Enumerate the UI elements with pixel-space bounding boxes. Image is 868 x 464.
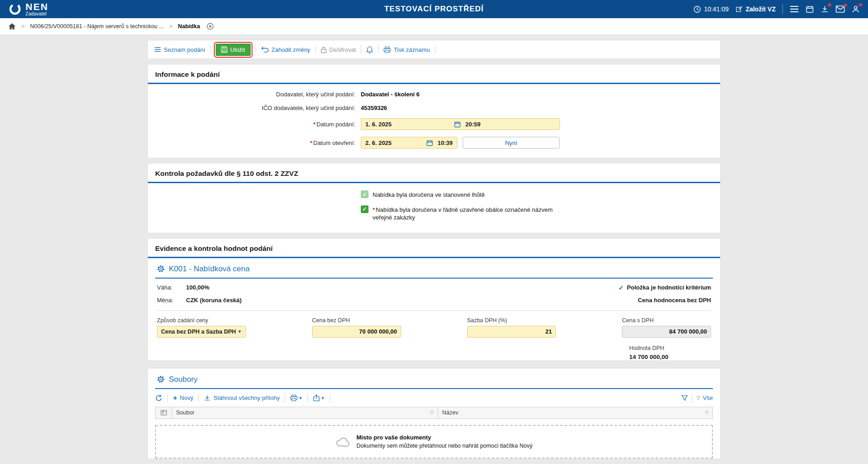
novy-label: Nový <box>180 394 193 401</box>
filter-button[interactable] <box>681 395 688 401</box>
supplier-label: Dodavatel, který učinil podání: <box>155 91 361 98</box>
toolbar-separator <box>198 394 199 402</box>
messages-button[interactable] <box>836 5 845 13</box>
cena-bez-dph-label: Cena bez DPH <box>312 317 401 324</box>
required-mark: * <box>310 140 312 146</box>
column-header-soubor[interactable]: Soubor ▽ <box>172 407 438 419</box>
refresh-button[interactable] <box>155 394 162 402</box>
seznam-podani-button[interactable]: Seznam podání <box>154 46 205 53</box>
checkbox-obalka[interactable]: ✓ <box>361 205 368 213</box>
datum-otevreni-label: *Datum otevření: <box>155 140 361 146</box>
toolbar-separator <box>378 45 378 54</box>
messages-badge <box>843 3 848 7</box>
export-files-button[interactable]: ▼ <box>313 394 325 401</box>
tisk-zaznamu-button[interactable]: Tisk záznamu <box>384 46 430 53</box>
vaha-value: 100,00% <box>186 284 209 291</box>
close-tab-icon[interactable] <box>207 23 214 30</box>
file-dropzone[interactable]: Místo pro vaše dokumenty Dokumenty sem m… <box>155 425 713 459</box>
desifrovat-button: Dešifrovat <box>321 46 356 53</box>
chevron-down-icon: ▼ <box>298 396 303 400</box>
zahodit-zmeny-button[interactable]: Zahodit změny <box>261 46 310 53</box>
clock-icon <box>693 5 701 13</box>
datum-otevreni-field[interactable]: 2. 6. 2025 10:39 <box>361 137 457 149</box>
gears-icon <box>157 265 165 273</box>
view-filter-vse-button[interactable]: ▽ Vše <box>696 394 713 401</box>
breadcrumb-chevron: > <box>21 23 25 30</box>
calendar-button[interactable] <box>806 5 814 13</box>
required-mark: * <box>373 206 375 213</box>
downloads-badge <box>828 3 832 7</box>
print-files-button[interactable]: ▼ <box>290 394 303 401</box>
ico-value: 45359326 <box>361 105 387 111</box>
user-icon <box>852 5 860 13</box>
chevron-down-icon: ▼ <box>237 329 242 334</box>
lock-icon <box>321 46 327 53</box>
download-icon <box>821 5 829 13</box>
section-kontrola-pozadavku: Kontrola požadavků dle § 110 odst. 2 ZZV… <box>148 164 720 233</box>
save-disk-icon <box>221 46 227 53</box>
hamburger-icon <box>790 5 799 13</box>
new-record-pencil-icon <box>736 5 743 13</box>
breadcrumb-chevron: > <box>169 23 172 30</box>
zpusob-zadani-select[interactable]: Cena bez DPH a Sazba DPH ▼ <box>157 326 246 338</box>
printer-icon <box>290 394 298 401</box>
toolbar-separator <box>210 45 211 54</box>
desifrovat-label: Dešifrovat <box>329 46 356 53</box>
dropzone-title: Místo pro vaše dokumenty <box>356 434 532 441</box>
downloads-button[interactable] <box>821 5 829 13</box>
datum-otevreni-date[interactable]: 2. 6. 2025 <box>365 140 426 146</box>
environment-title: TESTOVACÍ PROSTŘEDÍ <box>384 5 484 14</box>
novy-button[interactable]: + Nový <box>173 394 193 402</box>
calendar-picker-icon[interactable] <box>426 140 433 146</box>
zalozit-vz-button[interactable]: Založit VZ <box>736 5 776 13</box>
hodnota-dph-value: 14 700 000,00 <box>629 354 668 360</box>
column-header-soubor-label: Soubor <box>176 409 194 416</box>
datum-podani-field[interactable]: 1. 6. 2025 20:59 <box>361 118 560 130</box>
stahnout-prilohy-label: Stáhnout všechny přílohy <box>213 394 280 401</box>
nen-logo-icon <box>8 2 22 16</box>
cena-s-dph-col: Cena s DPH <box>622 317 711 338</box>
k001-header: K001 - Nabídková cena <box>155 258 713 279</box>
toolbar-separator <box>435 45 435 54</box>
table-settings-icon[interactable] <box>156 407 172 419</box>
nen-logo[interactable]: NEN Zadavatel <box>8 2 48 16</box>
toolbar-separator <box>315 45 316 54</box>
filter-caret-icon[interactable]: ▽ <box>430 410 434 415</box>
checkbox-obalka-label: *Nabídka byla doručena v řádně uzavřené … <box>373 205 557 222</box>
datum-podani-date[interactable]: 1. 6. 2025 <box>365 121 454 128</box>
check-row-obalka: ✓ *Nabídka byla doručena v řádně uzavřen… <box>361 205 713 222</box>
main-menu-button[interactable] <box>790 5 799 13</box>
tisk-zaznamu-label: Tisk záznamu <box>394 46 430 53</box>
filter-caret-icon[interactable]: ▽ <box>705 410 708 415</box>
zpusob-zadani-value: Cena bez DPH a Sazba DPH <box>161 329 236 335</box>
breadcrumb-item-nabidka[interactable]: Nabídka <box>178 23 200 30</box>
ulozit-button[interactable]: Uložit <box>216 44 251 56</box>
filter-caret-icon: ▽ <box>696 395 700 400</box>
section-title: Informace k podání <box>148 65 720 84</box>
calendar-picker-icon[interactable] <box>454 121 461 128</box>
list-icon <box>154 47 161 52</box>
home-icon[interactable] <box>8 23 16 30</box>
stahnout-prilohy-button[interactable]: Stáhnout všechny přílohy <box>204 394 280 401</box>
sazba-dph-input[interactable] <box>467 326 556 338</box>
datum-podani-time[interactable]: 20:59 <box>465 121 555 128</box>
cena-bez-dph-col: Cena bez DPH <box>312 317 401 338</box>
mail-icon <box>836 5 845 13</box>
section-title: Evidence a kontrola hodnot podání <box>148 239 720 258</box>
logo-subtitle: Zadavatel <box>25 12 48 16</box>
zpusob-zadani-label: Způsob zadání ceny <box>157 317 246 324</box>
notifications-bell-button[interactable] <box>366 46 373 54</box>
cena-bez-dph-input[interactable] <box>312 326 401 338</box>
supplier-row: Dodavatel, který učinil podání: Dodavate… <box>155 91 713 98</box>
toolbar-separator <box>256 45 256 54</box>
files-toolbar: + Nový Stáhnout všechny přílohy <box>148 389 720 407</box>
column-header-nazev[interactable]: Název ▽ <box>438 407 712 419</box>
datum-otevreni-row: *Datum otevření: 2. 6. 2025 10:39 <box>155 137 713 149</box>
datum-otevreni-time[interactable]: 10:39 <box>438 140 453 146</box>
export-icon <box>313 394 320 401</box>
user-profile-button[interactable] <box>852 5 860 13</box>
dropzone-subtitle: Dokumenty sem můžete přetáhnout nebo nah… <box>356 443 532 449</box>
nyni-button[interactable]: Nyní <box>463 137 560 149</box>
screen: NEN Zadavatel TESTOVACÍ PROSTŘEDÍ 10:41:… <box>0 0 868 464</box>
breadcrumb-item-vz[interactable]: N006/25/V00005181 - Nájem serverů s tech… <box>30 23 164 30</box>
